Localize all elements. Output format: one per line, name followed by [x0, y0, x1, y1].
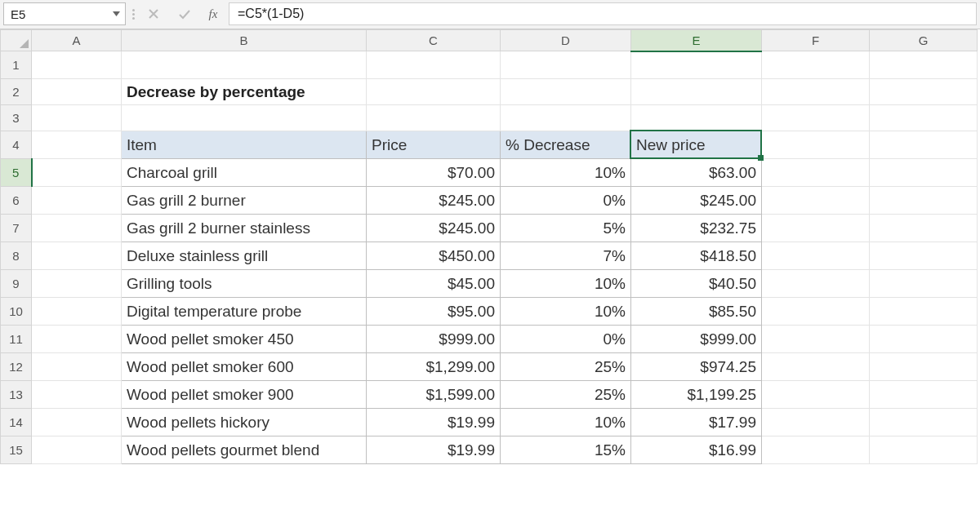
cell-D2[interactable]: [501, 79, 631, 105]
table-header-item[interactable]: Item: [122, 131, 367, 159]
cell-E14[interactable]: $17.99: [631, 409, 762, 436]
cell-F13[interactable]: [762, 381, 870, 409]
cell-A6[interactable]: [32, 187, 122, 215]
cell-D9[interactable]: 10%: [501, 270, 631, 298]
row-header-6[interactable]: 6: [1, 187, 32, 215]
cell-C2[interactable]: [367, 79, 501, 105]
row-header-10[interactable]: 10: [1, 298, 32, 326]
cell-F11[interactable]: [762, 326, 870, 353]
cell-D3[interactable]: [501, 105, 631, 131]
cell-G6[interactable]: [870, 187, 978, 215]
cell-G1[interactable]: [870, 51, 978, 79]
row-header-9[interactable]: 9: [1, 270, 32, 298]
cell-B8[interactable]: Deluxe stainless grill: [122, 242, 367, 270]
cell-B2[interactable]: Decrease by percentage: [122, 79, 367, 105]
cell-E13[interactable]: $1,199.25: [631, 381, 762, 409]
cell-G14[interactable]: [870, 409, 978, 436]
cell-C8[interactable]: $450.00: [367, 242, 501, 270]
cell-A5[interactable]: [32, 159, 122, 187]
cell-B3[interactable]: [122, 105, 367, 131]
cell-G9[interactable]: [870, 270, 978, 298]
select-all-corner[interactable]: [1, 30, 32, 51]
cell-F8[interactable]: [762, 242, 870, 270]
cell-D8[interactable]: 7%: [501, 242, 631, 270]
table-header-decrease[interactable]: % Decrease: [501, 131, 631, 159]
row-header-11[interactable]: 11: [1, 326, 32, 353]
formula-bar-resize-handle[interactable]: [131, 2, 136, 25]
cell-A8[interactable]: [32, 242, 122, 270]
cell-F12[interactable]: [762, 353, 870, 381]
row-header-2[interactable]: 2: [1, 79, 32, 105]
cell-A10[interactable]: [32, 298, 122, 326]
cell-E12[interactable]: $974.25: [631, 353, 762, 381]
cell-B7[interactable]: Gas grill 2 burner stainless: [122, 215, 367, 242]
cell-C15[interactable]: $19.99: [367, 436, 501, 464]
cell-F2[interactable]: [762, 79, 870, 105]
fx-icon[interactable]: fx: [203, 7, 224, 21]
col-header-A[interactable]: A: [32, 30, 122, 51]
cell-B13[interactable]: Wood pellet smoker 900: [122, 381, 367, 409]
cell-D13[interactable]: 25%: [501, 381, 631, 409]
cell-A11[interactable]: [32, 326, 122, 353]
row-header-5[interactable]: 5: [1, 159, 32, 187]
cell-A13[interactable]: [32, 381, 122, 409]
cell-C1[interactable]: [367, 51, 501, 79]
cell-B9[interactable]: Grilling tools: [122, 270, 367, 298]
cell-E10[interactable]: $85.50: [631, 298, 762, 326]
cell-B1[interactable]: [122, 51, 367, 79]
cell-B15[interactable]: Wood pellets gourmet blend: [122, 436, 367, 464]
cell-F3[interactable]: [762, 105, 870, 131]
cell-D14[interactable]: 10%: [501, 409, 631, 436]
cell-E9[interactable]: $40.50: [631, 270, 762, 298]
cell-C11[interactable]: $999.00: [367, 326, 501, 353]
cell-E6[interactable]: $245.00: [631, 187, 762, 215]
cell-F15[interactable]: [762, 436, 870, 464]
cell-G4[interactable]: [870, 131, 978, 159]
cell-A7[interactable]: [32, 215, 122, 242]
cell-G5[interactable]: [870, 159, 978, 187]
cell-A14[interactable]: [32, 409, 122, 436]
cancel-formula-button[interactable]: [140, 2, 167, 25]
cell-D6[interactable]: 0%: [501, 187, 631, 215]
col-header-E[interactable]: E: [631, 30, 762, 51]
cell-C10[interactable]: $95.00: [367, 298, 501, 326]
cell-D15[interactable]: 15%: [501, 436, 631, 464]
cell-B10[interactable]: Digital temperature probe: [122, 298, 367, 326]
row-header-8[interactable]: 8: [1, 242, 32, 270]
cell-E5[interactable]: $63.00: [631, 159, 762, 187]
cell-B6[interactable]: Gas grill 2 burner: [122, 187, 367, 215]
cell-D1[interactable]: [501, 51, 631, 79]
cell-C12[interactable]: $1,299.00: [367, 353, 501, 381]
cell-F14[interactable]: [762, 409, 870, 436]
cell-D5[interactable]: 10%: [501, 159, 631, 187]
row-header-4[interactable]: 4: [1, 131, 32, 159]
row-header-13[interactable]: 13: [1, 381, 32, 409]
cell-G10[interactable]: [870, 298, 978, 326]
cell-E1[interactable]: [631, 51, 762, 79]
cell-G13[interactable]: [870, 381, 978, 409]
cell-F9[interactable]: [762, 270, 870, 298]
cell-C7[interactable]: $245.00: [367, 215, 501, 242]
cell-A4[interactable]: [32, 131, 122, 159]
row-header-12[interactable]: 12: [1, 353, 32, 381]
enter-formula-button[interactable]: [172, 2, 198, 25]
table-header-price[interactable]: Price: [367, 131, 501, 159]
col-header-G[interactable]: G: [870, 30, 978, 51]
row-header-7[interactable]: 7: [1, 215, 32, 242]
name-box[interactable]: E5: [3, 2, 126, 25]
cell-E8[interactable]: $418.50: [631, 242, 762, 270]
cell-B12[interactable]: Wood pellet smoker 600: [122, 353, 367, 381]
col-header-F[interactable]: F: [762, 30, 870, 51]
cell-F1[interactable]: [762, 51, 870, 79]
cell-F10[interactable]: [762, 298, 870, 326]
cell-C9[interactable]: $45.00: [367, 270, 501, 298]
cell-E3[interactable]: [631, 105, 762, 131]
cell-D12[interactable]: 25%: [501, 353, 631, 381]
cell-E11[interactable]: $999.00: [631, 326, 762, 353]
row-header-3[interactable]: 3: [1, 105, 32, 131]
cell-G3[interactable]: [870, 105, 978, 131]
cell-D7[interactable]: 5%: [501, 215, 631, 242]
table-header-newprice[interactable]: New price: [631, 131, 762, 159]
cell-B5[interactable]: Charcoal grill: [122, 159, 367, 187]
name-box-dropdown-icon[interactable]: [112, 10, 120, 18]
